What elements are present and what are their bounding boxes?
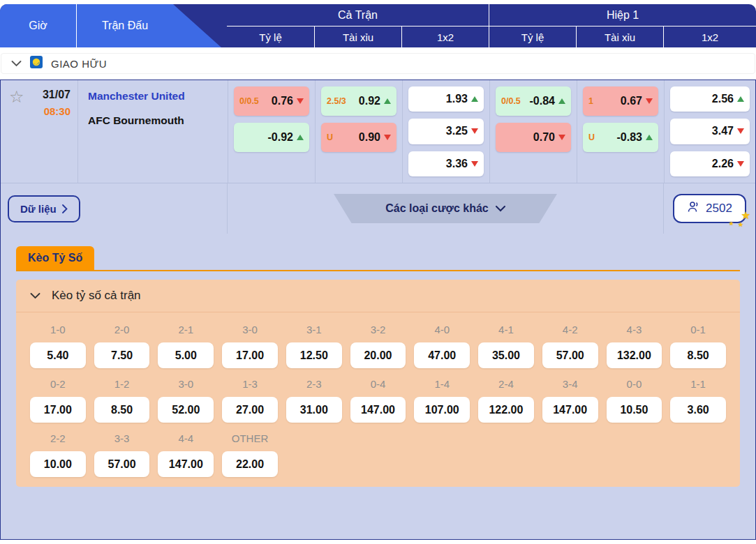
- score-odds-button[interactable]: 8.50: [94, 397, 150, 423]
- tab-correct-score[interactable]: Kèo Tỷ Số: [16, 246, 94, 270]
- viewers-badge[interactable]: 2502 ★ ★ ★: [673, 194, 746, 223]
- match-row: ☆ 31/07 08:30 Manchester United AFC Bour…: [1, 80, 755, 183]
- score-cell: 3-052.00: [154, 378, 218, 423]
- col-h1-1x2: 1x2: [663, 27, 756, 47]
- data-button[interactable]: Dữ liệu: [8, 195, 80, 222]
- score-cell: 0-18.50: [666, 324, 730, 368]
- score-odds-button[interactable]: 57.00: [94, 451, 150, 477]
- odds-cell[interactable]: 10.67: [583, 86, 658, 116]
- odds-cell[interactable]: 1.93: [408, 86, 484, 112]
- score-odds-button[interactable]: 20.00: [350, 342, 406, 368]
- odds-cell[interactable]: 2.5/30.92: [321, 86, 396, 116]
- odds-cell[interactable]: 2.56: [670, 86, 750, 112]
- score-odds-button[interactable]: 57.00: [542, 342, 598, 368]
- odds-value: 3.36: [446, 158, 468, 170]
- odds-line-label: 0/0.5: [501, 96, 521, 106]
- score-odds-button[interactable]: 17.00: [30, 397, 86, 423]
- score-cell: 3-220.00: [346, 324, 410, 368]
- league-header[interactable]: GIAO HỮU: [1, 53, 755, 74]
- odds-cell[interactable]: 0.70: [496, 123, 571, 152]
- favorite-star-icon[interactable]: ☆: [9, 89, 24, 183]
- score-cell: 4-3132.00: [602, 324, 667, 368]
- odds-value: 0.92: [359, 95, 380, 107]
- odds-value: 0.70: [533, 131, 555, 144]
- score-odds-button[interactable]: 27.00: [222, 397, 278, 423]
- odds-column-ft-1x2: 1.933.253.36: [402, 80, 489, 183]
- col-ft-1x2: 1x2: [401, 27, 489, 47]
- score-odds-button[interactable]: 10.50: [607, 397, 662, 423]
- score-odds-button[interactable]: 5.40: [30, 342, 86, 368]
- score-odds-button[interactable]: 31.00: [286, 397, 342, 423]
- match-date: 31/07: [43, 89, 71, 101]
- sparkle-star-icon: ★: [729, 221, 734, 227]
- score-odds-button[interactable]: 147.00: [542, 397, 598, 423]
- correct-score-section-header[interactable]: Kèo tỷ số cả trận: [16, 280, 740, 312]
- score-odds-button[interactable]: 8.50: [670, 342, 726, 368]
- odds-cell[interactable]: 0/0.50.76: [234, 86, 309, 116]
- odds-cell[interactable]: -0.92: [234, 123, 309, 152]
- odds-value: 0.90: [359, 131, 380, 144]
- score-label: 4-4: [154, 432, 218, 444]
- score-odds-grid: 1-05.402-07.502-15.003-017.003-112.503-2…: [16, 312, 740, 477]
- score-label: 2-3: [282, 378, 346, 390]
- league-icon: [30, 56, 43, 71]
- score-cell: 4-4147.00: [154, 432, 218, 477]
- tab-time[interactable]: Giờ: [0, 4, 77, 47]
- group-full-match: Cả Trận: [227, 4, 489, 26]
- score-odds-button[interactable]: 47.00: [414, 342, 470, 368]
- correct-score-panel: Kèo tỷ số cả trận 1-05.402-07.502-15.003…: [16, 280, 740, 487]
- trend-down-icon: [471, 161, 478, 167]
- score-label: 4-3: [602, 324, 667, 335]
- match-time: 08:30: [43, 105, 71, 117]
- odds-cell[interactable]: U0.90: [321, 123, 396, 152]
- sparkle-star-icon: ★: [738, 222, 743, 228]
- match-panel: ☆ 31/07 08:30 Manchester United AFC Bour…: [0, 80, 756, 540]
- score-odds-button[interactable]: 122.00: [478, 397, 534, 423]
- score-odds-button[interactable]: 3.60: [670, 397, 726, 423]
- score-row: 0-217.001-28.503-052.001-327.002-331.000…: [26, 378, 730, 423]
- chevron-down-icon: [11, 61, 22, 67]
- score-odds-button[interactable]: 132.00: [607, 342, 662, 368]
- score-odds-button[interactable]: 147.00: [158, 451, 214, 477]
- score-odds-button[interactable]: 5.00: [158, 342, 214, 368]
- score-cell: 2-4122.00: [474, 378, 538, 423]
- score-cell: 4-135.00: [474, 324, 538, 368]
- home-team[interactable]: Manchester United: [88, 90, 228, 103]
- score-odds-button[interactable]: 22.00: [222, 451, 278, 477]
- trend-down-icon: [737, 128, 744, 134]
- score-cell: 0-010.50: [602, 378, 667, 423]
- score-cell: 2-210.00: [26, 432, 90, 477]
- score-odds-button[interactable]: 7.50: [94, 342, 150, 368]
- score-odds-button[interactable]: 52.00: [158, 397, 214, 423]
- odds-cell[interactable]: 3.47: [670, 119, 750, 144]
- score-label: 0-2: [26, 378, 90, 390]
- score-label: 3-0: [218, 324, 282, 335]
- score-odds-button[interactable]: 107.00: [414, 397, 470, 423]
- odds-cell[interactable]: U-0.83: [583, 123, 658, 152]
- odds-cell[interactable]: 2.26: [670, 151, 750, 176]
- score-odds-button[interactable]: 10.00: [30, 451, 86, 477]
- odds-line-label: 0/0.5: [239, 96, 259, 106]
- score-odds-button[interactable]: 147.00: [350, 397, 406, 423]
- score-cell: 1-4107.00: [410, 378, 474, 423]
- score-row: 2-210.003-357.004-4147.00OTHER22.00: [26, 432, 730, 477]
- odds-cell[interactable]: 0/0.5-0.84: [496, 86, 571, 116]
- score-cell: 2-331.00: [282, 378, 346, 423]
- score-cell: 4-257.00: [538, 324, 602, 368]
- score-odds-button[interactable]: 12.50: [286, 342, 342, 368]
- away-team[interactable]: AFC Bournemouth: [88, 114, 228, 127]
- odds-cell[interactable]: 3.25: [408, 119, 484, 144]
- people-icon: [687, 201, 701, 216]
- score-odds-button[interactable]: 17.00: [222, 342, 278, 368]
- viewers-count: 2502: [706, 202, 732, 216]
- tab-match[interactable]: Trận Đấu: [77, 4, 173, 47]
- score-cell: OTHER22.00: [218, 432, 282, 477]
- odds-cell[interactable]: 3.36: [408, 151, 484, 176]
- odds-value: -0.84: [530, 95, 555, 107]
- col-ft-handicap: Tỷ lệ: [227, 27, 314, 47]
- score-label: 1-0: [26, 324, 90, 335]
- score-label: 2-0: [90, 324, 154, 335]
- more-bets-dropdown[interactable]: Các loại cược khác: [334, 194, 557, 223]
- trend-down-icon: [558, 135, 565, 140]
- score-odds-button[interactable]: 35.00: [478, 342, 534, 368]
